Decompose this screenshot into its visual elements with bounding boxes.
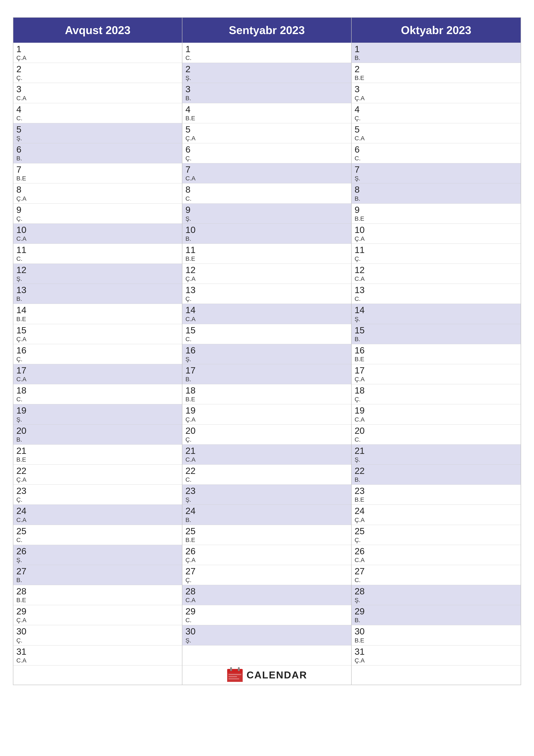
day-cell: 8C. [182, 183, 351, 203]
day-cell: 26C.A [352, 545, 521, 565]
day-abbr: B. [355, 617, 518, 624]
day-abbr: C. [16, 256, 179, 262]
day-number: 20 [16, 426, 179, 436]
day-abbr: Ç. [185, 155, 348, 162]
day-cell: 11Ç. [352, 244, 521, 263]
day-number: 13 [16, 285, 179, 295]
day-number: 23 [16, 486, 179, 496]
day-cell: 25Ç. [352, 525, 521, 545]
day-cell: 22B. [352, 464, 521, 484]
day-abbr: B.E [355, 356, 518, 363]
day-cell: 12Ş. [13, 263, 182, 284]
day-number: 3 [16, 84, 179, 94]
day-abbr: B. [185, 235, 348, 242]
day-abbr: Ş. [16, 135, 179, 142]
day-cell: 18C. [13, 384, 182, 404]
day-number: 9 [185, 205, 348, 215]
day-abbr: Ş. [16, 275, 179, 282]
day-cell: 31C.A [13, 645, 182, 665]
day-abbr: B. [185, 517, 348, 524]
day-number: 6 [16, 145, 179, 154]
day-number: 13 [355, 285, 518, 295]
day-abbr: Ş. [355, 597, 518, 604]
day-number: 18 [16, 386, 179, 395]
day-abbr: C.A [16, 235, 179, 242]
day-cell: 3B. [182, 83, 351, 103]
day-abbr: Ç. [355, 115, 518, 122]
day-cell: 25C. [13, 525, 182, 545]
calendar-container: Avqust 2023 Sentyabr 2023 Oktyabr 2023 1… [13, 17, 521, 685]
day-number: 22 [185, 466, 348, 476]
day-abbr: Ç.A [16, 336, 179, 343]
day-cell: 27C. [352, 565, 521, 585]
day-abbr: Ç.A [355, 95, 518, 102]
day-abbr: Ç.A [355, 376, 518, 383]
day-number: 26 [185, 546, 348, 556]
day-cell: 18B.E [182, 384, 351, 404]
footer-row: CALENDAR [13, 665, 521, 685]
day-number: 15 [185, 325, 348, 335]
day-cell: 29B. [352, 605, 521, 625]
day-abbr: Ç.A [185, 416, 348, 423]
day-number: 30 [355, 627, 518, 636]
day-number: 24 [185, 506, 348, 516]
day-abbr: Ş. [185, 215, 348, 222]
day-cell: 4C. [13, 103, 182, 123]
day-number: 10 [355, 225, 518, 235]
day-abbr: B. [16, 295, 179, 302]
day-number: 10 [16, 225, 179, 235]
day-cell: 21Ş. [352, 445, 521, 464]
day-number: 30 [16, 627, 179, 636]
day-abbr: B.E [185, 537, 348, 544]
day-number: 23 [355, 486, 518, 496]
day-number: 22 [355, 466, 518, 476]
day-abbr: C.A [185, 175, 348, 182]
day-abbr: Ş. [355, 175, 518, 182]
day-number: 8 [355, 185, 518, 195]
day-number: 22 [16, 466, 179, 476]
day-cell: 7C.A [182, 163, 351, 183]
day-number: 19 [355, 406, 518, 416]
day-cell: 13C. [352, 284, 521, 304]
day-number: 5 [16, 124, 179, 134]
day-number: 3 [355, 84, 518, 94]
svg-rect-8 [228, 678, 239, 679]
day-number: 8 [16, 185, 179, 195]
day-abbr: C. [16, 115, 179, 122]
day-cell: 28B.E [13, 585, 182, 605]
day-number: 9 [355, 205, 518, 215]
day-cell: 23Ş. [182, 484, 351, 504]
day-cell: 4B.E [182, 103, 351, 123]
day-abbr: C.A [355, 275, 518, 282]
day-cell: 7B.E [13, 163, 182, 183]
day-number: 21 [16, 446, 179, 456]
day-cell: 10B. [182, 224, 351, 244]
day-abbr: Ç.A [16, 55, 179, 62]
day-abbr: B. [355, 476, 518, 483]
day-cell: 17B. [182, 364, 351, 384]
day-cell: 10Ç.A [352, 224, 521, 244]
day-abbr: C. [355, 155, 518, 162]
day-number: 19 [185, 406, 348, 416]
month-header-september: Sentyabr 2023 [182, 18, 351, 43]
day-abbr: Ç.A [16, 617, 179, 624]
day-number: 18 [355, 386, 518, 395]
day-number: 25 [355, 526, 518, 536]
day-number: 29 [16, 607, 179, 616]
day-abbr: Ç.A [16, 195, 179, 202]
day-number: 23 [185, 486, 348, 496]
day-abbr: B.E [16, 597, 179, 604]
day-abbr: B. [185, 95, 348, 102]
calendar-logo: CALENDAR [226, 666, 307, 684]
day-cell: 5Ş. [13, 123, 182, 143]
day-number: 2 [16, 64, 179, 74]
day-abbr: B.E [355, 496, 518, 503]
day-cell: 16B.E [352, 344, 521, 364]
day-number: 14 [16, 305, 179, 315]
day-abbr: Ş. [185, 74, 348, 81]
day-abbr: C.A [16, 657, 179, 664]
day-cell: 21C.A [182, 445, 351, 464]
day-cell: 20B. [13, 424, 182, 445]
day-cell: 28Ş. [352, 585, 521, 605]
day-abbr: C.A [355, 557, 518, 564]
